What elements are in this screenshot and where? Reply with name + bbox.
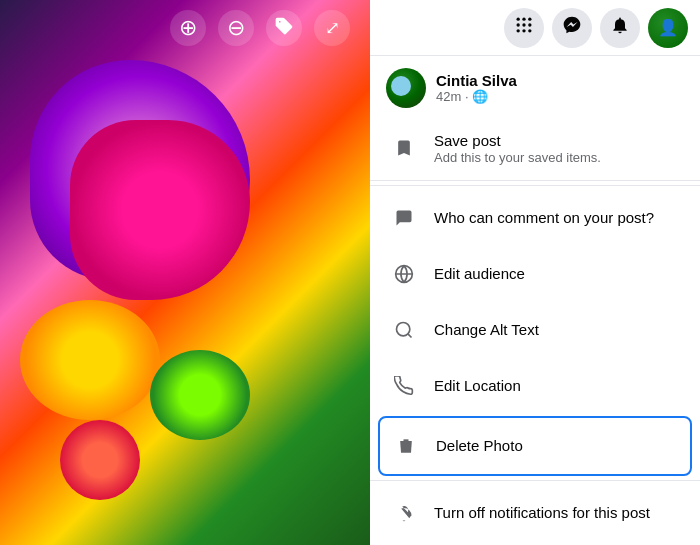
edit-audience-text: Edit audience bbox=[434, 264, 684, 284]
bell-nav-button[interactable] bbox=[600, 8, 640, 48]
edit-location-label: Edit Location bbox=[434, 376, 684, 396]
profile-name: Cintia Silva bbox=[436, 72, 684, 89]
edit-location-icon bbox=[386, 368, 422, 404]
who-comment-icon bbox=[386, 200, 422, 236]
turn-off-notifications-icon bbox=[386, 495, 422, 531]
menu-item-edit-location[interactable]: Edit Location bbox=[370, 358, 700, 414]
profile-meta-text: 42m · 🌐 bbox=[436, 89, 488, 104]
zoom-out-button[interactable]: ⊖ bbox=[218, 10, 254, 46]
svg-point-2 bbox=[528, 18, 531, 21]
edit-location-text: Edit Location bbox=[434, 376, 684, 396]
turn-off-notifications-label: Turn off notifications for this post bbox=[434, 503, 684, 523]
svg-point-7 bbox=[522, 29, 525, 32]
bell-icon bbox=[610, 15, 630, 40]
photo-area bbox=[0, 0, 370, 545]
dropdown-menu: Save postAdd this to your saved items.Wh… bbox=[370, 120, 700, 545]
delete-photo-text: Delete Photo bbox=[436, 436, 682, 456]
svg-point-6 bbox=[517, 29, 520, 32]
turn-off-notifications-text: Turn off notifications for this post bbox=[434, 503, 684, 523]
menu-item-turn-off-notifications[interactable]: Turn off notifications for this post bbox=[370, 485, 700, 541]
top-nav: 👤 bbox=[370, 0, 700, 56]
grid-icon bbox=[514, 15, 534, 40]
expand-icon: ⤢ bbox=[325, 17, 340, 39]
change-alt-text-text: Change Alt Text bbox=[434, 320, 684, 340]
profile-meta: 42m · 🌐 bbox=[436, 89, 684, 104]
profile-info: Cintia Silva 42m · 🌐 bbox=[436, 72, 684, 104]
avatar bbox=[386, 68, 426, 108]
delete-photo-icon bbox=[388, 428, 424, 464]
menu-item-delete-photo[interactable]: Delete Photo bbox=[378, 416, 692, 476]
delete-photo-label: Delete Photo bbox=[436, 436, 682, 456]
who-comment-text: Who can comment on your post? bbox=[434, 208, 684, 228]
menu-item-edit-audience[interactable]: Edit audience bbox=[370, 246, 700, 302]
edit-audience-icon bbox=[386, 256, 422, 292]
svg-point-5 bbox=[528, 23, 531, 26]
expand-button[interactable]: ⤢ bbox=[314, 10, 350, 46]
save-post-icon bbox=[386, 130, 422, 166]
zoom-in-icon: ⊕ bbox=[179, 15, 197, 41]
svg-point-4 bbox=[522, 23, 525, 26]
change-alt-text-icon bbox=[386, 312, 422, 348]
right-panel: 👤 Cintia Silva 42m · 🌐 Save postAdd this… bbox=[370, 0, 700, 545]
menu-item-who-comment[interactable]: Who can comment on your post? bbox=[370, 190, 700, 246]
menu-item-save-post[interactable]: Save postAdd this to your saved items. bbox=[370, 120, 700, 176]
tag-button[interactable] bbox=[266, 10, 302, 46]
profile-avatar-icon: 👤 bbox=[658, 18, 678, 37]
menu-item-turn-off-translations[interactable]: Turn off translations bbox=[370, 541, 700, 545]
zoom-in-button[interactable]: ⊕ bbox=[170, 10, 206, 46]
who-comment-label: Who can comment on your post? bbox=[434, 208, 684, 228]
zoom-out-icon: ⊖ bbox=[227, 15, 245, 41]
messenger-nav-button[interactable] bbox=[552, 8, 592, 48]
messenger-icon bbox=[562, 15, 582, 40]
save-post-label: Save post bbox=[434, 131, 684, 151]
photo-toolbar: ⊕ ⊖ ⤢ bbox=[170, 10, 350, 46]
edit-audience-label: Edit audience bbox=[434, 264, 684, 284]
svg-point-8 bbox=[528, 29, 531, 32]
tag-icon bbox=[274, 16, 294, 41]
svg-point-10 bbox=[397, 323, 410, 336]
profile-header: Cintia Silva 42m · 🌐 bbox=[370, 56, 700, 120]
save-post-text: Save postAdd this to your saved items. bbox=[434, 131, 684, 166]
change-alt-text-label: Change Alt Text bbox=[434, 320, 684, 340]
svg-point-3 bbox=[517, 23, 520, 26]
profile-nav-button[interactable]: 👤 bbox=[648, 8, 688, 48]
svg-point-0 bbox=[517, 18, 520, 21]
grid-nav-button[interactable] bbox=[504, 8, 544, 48]
save-post-sublabel: Add this to your saved items. bbox=[434, 150, 684, 165]
menu-item-change-alt-text[interactable]: Change Alt Text bbox=[370, 302, 700, 358]
svg-point-1 bbox=[522, 18, 525, 21]
